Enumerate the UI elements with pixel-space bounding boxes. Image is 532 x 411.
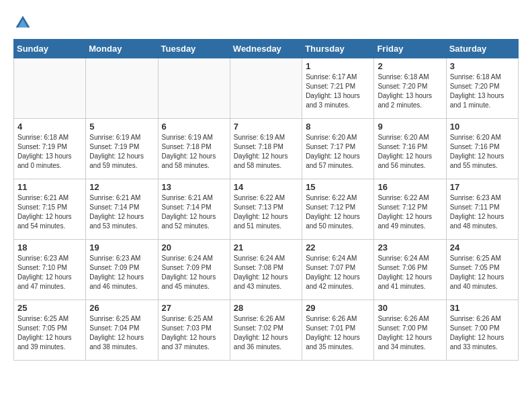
calendar-cell: 26Sunrise: 6:25 AM Sunset: 7:04 PM Dayli… — [86, 300, 158, 361]
week-row-3: 11Sunrise: 6:21 AM Sunset: 7:15 PM Dayli… — [14, 179, 519, 240]
day-info: Sunrise: 6:20 AM Sunset: 7:16 PM Dayligh… — [378, 133, 442, 171]
day-info: Sunrise: 6:25 AM Sunset: 7:05 PM Dayligh… — [450, 254, 515, 291]
calendar: SundayMondayTuesdayWednesdayThursdayFrid… — [13, 39, 519, 361]
calendar-cell: 2Sunrise: 6:18 AM Sunset: 7:20 PM Daylig… — [374, 58, 446, 119]
day-info: Sunrise: 6:19 AM Sunset: 7:18 PM Dayligh… — [162, 133, 226, 171]
calendar-cell: 22Sunrise: 6:24 AM Sunset: 7:07 PM Dayli… — [302, 240, 374, 300]
day-info: Sunrise: 6:20 AM Sunset: 7:16 PM Dayligh… — [450, 133, 515, 171]
day-number: 9 — [378, 122, 442, 132]
day-number: 8 — [306, 122, 370, 132]
day-number: 6 — [162, 122, 226, 132]
day-info: Sunrise: 6:25 AM Sunset: 7:04 PM Dayligh… — [89, 314, 154, 352]
weekday-header-tuesday: Tuesday — [158, 40, 230, 58]
day-info: Sunrise: 6:18 AM Sunset: 7:20 PM Dayligh… — [378, 73, 442, 110]
day-info: Sunrise: 6:18 AM Sunset: 7:19 PM Dayligh… — [17, 133, 82, 171]
calendar-cell: 25Sunrise: 6:25 AM Sunset: 7:05 PM Dayli… — [14, 300, 86, 361]
calendar-cell: 27Sunrise: 6:25 AM Sunset: 7:03 PM Dayli… — [158, 300, 230, 361]
day-number: 15 — [306, 182, 370, 192]
day-number: 3 — [450, 61, 515, 71]
day-info: Sunrise: 6:21 AM Sunset: 7:14 PM Dayligh… — [162, 193, 226, 231]
day-number: 7 — [234, 122, 298, 132]
day-info: Sunrise: 6:20 AM Sunset: 7:17 PM Dayligh… — [306, 133, 370, 171]
day-info: Sunrise: 6:26 AM Sunset: 7:01 PM Dayligh… — [306, 314, 370, 352]
day-number: 28 — [234, 303, 298, 313]
day-number: 26 — [89, 303, 154, 313]
day-info: Sunrise: 6:26 AM Sunset: 7:00 PM Dayligh… — [378, 314, 442, 352]
calendar-cell: 16Sunrise: 6:22 AM Sunset: 7:12 PM Dayli… — [374, 179, 446, 240]
day-info: Sunrise: 6:19 AM Sunset: 7:19 PM Dayligh… — [89, 133, 154, 171]
calendar-cell: 11Sunrise: 6:21 AM Sunset: 7:15 PM Dayli… — [14, 179, 86, 240]
day-number: 18 — [17, 242, 82, 253]
day-info: Sunrise: 6:24 AM Sunset: 7:06 PM Dayligh… — [378, 254, 442, 291]
week-row-1: 1Sunrise: 6:17 AM Sunset: 7:21 PM Daylig… — [14, 58, 519, 119]
day-info: Sunrise: 6:22 AM Sunset: 7:12 PM Dayligh… — [378, 193, 442, 231]
day-info: Sunrise: 6:25 AM Sunset: 7:03 PM Dayligh… — [162, 314, 226, 352]
calendar-cell: 20Sunrise: 6:24 AM Sunset: 7:09 PM Dayli… — [158, 240, 230, 300]
day-number: 22 — [306, 242, 370, 253]
week-row-5: 25Sunrise: 6:25 AM Sunset: 7:05 PM Dayli… — [14, 300, 519, 361]
calendar-cell: 3Sunrise: 6:18 AM Sunset: 7:20 PM Daylig… — [446, 58, 518, 119]
day-number: 10 — [450, 122, 515, 132]
calendar-cell: 4Sunrise: 6:18 AM Sunset: 7:19 PM Daylig… — [14, 119, 86, 179]
weekday-header-saturday: Saturday — [446, 40, 518, 58]
calendar-cell: 18Sunrise: 6:23 AM Sunset: 7:10 PM Dayli… — [14, 240, 86, 300]
calendar-cell: 21Sunrise: 6:24 AM Sunset: 7:08 PM Dayli… — [230, 240, 302, 300]
day-number: 29 — [306, 303, 370, 313]
calendar-cell: 17Sunrise: 6:23 AM Sunset: 7:11 PM Dayli… — [446, 179, 518, 240]
calendar-cell — [230, 58, 302, 119]
calendar-cell — [14, 58, 86, 119]
day-info: Sunrise: 6:22 AM Sunset: 7:12 PM Dayligh… — [306, 193, 370, 231]
day-number: 19 — [89, 242, 154, 253]
day-number: 12 — [89, 182, 154, 192]
day-number: 11 — [17, 182, 82, 192]
day-number: 30 — [378, 303, 442, 313]
day-number: 2 — [378, 61, 442, 71]
day-info: Sunrise: 6:25 AM Sunset: 7:05 PM Dayligh… — [17, 314, 82, 352]
day-number: 27 — [162, 303, 226, 313]
day-info: Sunrise: 6:24 AM Sunset: 7:09 PM Dayligh… — [162, 254, 226, 291]
calendar-cell: 29Sunrise: 6:26 AM Sunset: 7:01 PM Dayli… — [302, 300, 374, 361]
day-number: 14 — [234, 182, 298, 192]
calendar-cell: 24Sunrise: 6:25 AM Sunset: 7:05 PM Dayli… — [446, 240, 518, 300]
logo-icon — [13, 13, 32, 32]
day-number: 24 — [450, 242, 515, 253]
calendar-cell: 31Sunrise: 6:26 AM Sunset: 7:00 PM Dayli… — [446, 300, 518, 361]
week-row-2: 4Sunrise: 6:18 AM Sunset: 7:19 PM Daylig… — [14, 119, 519, 179]
day-info: Sunrise: 6:24 AM Sunset: 7:07 PM Dayligh… — [306, 254, 370, 291]
calendar-cell — [86, 58, 158, 119]
day-info: Sunrise: 6:22 AM Sunset: 7:13 PM Dayligh… — [234, 193, 298, 231]
day-number: 25 — [17, 303, 82, 313]
day-info: Sunrise: 6:23 AM Sunset: 7:09 PM Dayligh… — [89, 254, 154, 291]
calendar-cell: 12Sunrise: 6:21 AM Sunset: 7:14 PM Dayli… — [86, 179, 158, 240]
calendar-cell: 14Sunrise: 6:22 AM Sunset: 7:13 PM Dayli… — [230, 179, 302, 240]
day-number: 17 — [450, 182, 515, 192]
day-number: 20 — [162, 242, 226, 253]
calendar-cell: 23Sunrise: 6:24 AM Sunset: 7:06 PM Dayli… — [374, 240, 446, 300]
day-info: Sunrise: 6:17 AM Sunset: 7:21 PM Dayligh… — [306, 73, 370, 110]
day-info: Sunrise: 6:18 AM Sunset: 7:20 PM Dayligh… — [450, 73, 515, 110]
weekday-header-wednesday: Wednesday — [230, 40, 302, 58]
calendar-cell: 19Sunrise: 6:23 AM Sunset: 7:09 PM Dayli… — [86, 240, 158, 300]
calendar-cell: 30Sunrise: 6:26 AM Sunset: 7:00 PM Dayli… — [374, 300, 446, 361]
calendar-cell: 6Sunrise: 6:19 AM Sunset: 7:18 PM Daylig… — [158, 119, 230, 179]
calendar-cell: 28Sunrise: 6:26 AM Sunset: 7:02 PM Dayli… — [230, 300, 302, 361]
day-number: 21 — [234, 242, 298, 253]
calendar-cell: 10Sunrise: 6:20 AM Sunset: 7:16 PM Dayli… — [446, 119, 518, 179]
day-number: 5 — [89, 122, 154, 132]
logo — [13, 13, 35, 32]
day-info: Sunrise: 6:19 AM Sunset: 7:18 PM Dayligh… — [234, 133, 298, 171]
day-info: Sunrise: 6:26 AM Sunset: 7:02 PM Dayligh… — [234, 314, 298, 352]
day-info: Sunrise: 6:23 AM Sunset: 7:11 PM Dayligh… — [450, 193, 515, 231]
week-row-4: 18Sunrise: 6:23 AM Sunset: 7:10 PM Dayli… — [14, 240, 519, 300]
day-info: Sunrise: 6:21 AM Sunset: 7:15 PM Dayligh… — [17, 193, 82, 231]
weekday-header-friday: Friday — [374, 40, 446, 58]
weekday-header-monday: Monday — [86, 40, 158, 58]
day-info: Sunrise: 6:24 AM Sunset: 7:08 PM Dayligh… — [234, 254, 298, 291]
day-info: Sunrise: 6:26 AM Sunset: 7:00 PM Dayligh… — [450, 314, 515, 352]
weekday-header-thursday: Thursday — [302, 40, 374, 58]
day-number: 16 — [378, 182, 442, 192]
day-number: 23 — [378, 242, 442, 253]
calendar-cell: 8Sunrise: 6:20 AM Sunset: 7:17 PM Daylig… — [302, 119, 374, 179]
day-number: 1 — [306, 61, 370, 71]
calendar-cell: 9Sunrise: 6:20 AM Sunset: 7:16 PM Daylig… — [374, 119, 446, 179]
